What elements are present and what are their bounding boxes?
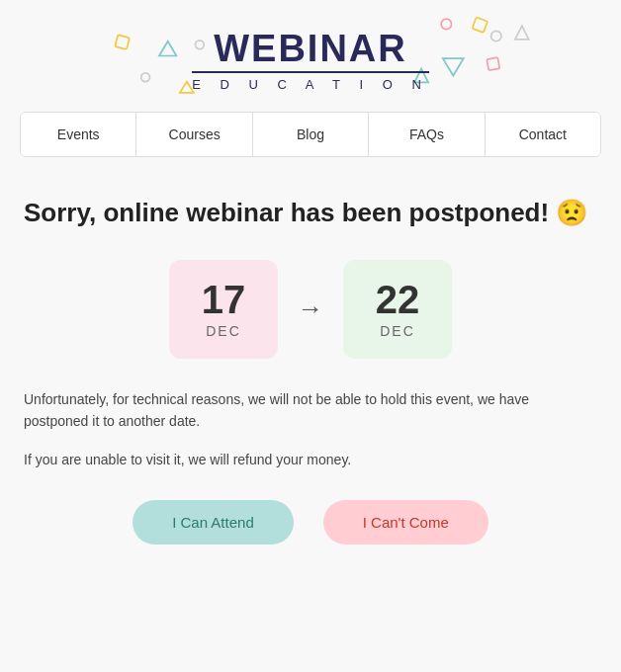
can-attend-button[interactable]: I Can Attend [133, 500, 294, 545]
brand-subtitle: E D U C A T I O N [192, 71, 429, 92]
svg-rect-9 [472, 17, 488, 33]
new-month: DEC [380, 323, 415, 339]
cant-come-button[interactable]: I Can't Come [323, 500, 488, 545]
header: WEBINAR E D U C A T I O N [0, 0, 621, 112]
svg-marker-1 [159, 42, 176, 56]
old-month: DEC [206, 323, 241, 339]
nav-faqs[interactable]: FAQs [369, 113, 485, 156]
navigation: Events Courses Blog FAQs Contact [20, 112, 601, 157]
old-date-box: 17 DEC [169, 260, 278, 359]
old-day: 17 [202, 280, 246, 319]
svg-rect-0 [115, 35, 130, 49]
svg-point-2 [141, 73, 150, 82]
date-section: 17 DEC → 22 DEC [24, 260, 597, 359]
date-arrow: → [298, 294, 323, 324]
postponed-title: Sorry, online webinar has been postponed… [24, 197, 597, 230]
new-day: 22 [376, 280, 420, 319]
brand-name: WEBINAR [192, 30, 429, 67]
main-content: Sorry, online webinar has been postponed… [0, 177, 621, 564]
svg-marker-7 [443, 58, 464, 75]
svg-point-6 [491, 31, 501, 41]
button-row: I Can Attend I Can't Come [24, 500, 597, 545]
body-text-1: Unfortunately, for technical reasons, we… [24, 388, 597, 433]
body-text-2: If you are unable to visit it, we will r… [24, 449, 597, 470]
nav-courses[interactable]: Courses [136, 113, 252, 156]
svg-point-5 [441, 19, 451, 29]
nav-events[interactable]: Events [21, 113, 136, 156]
logo: WEBINAR E D U C A T I O N [192, 30, 429, 92]
nav-contact[interactable]: Contact [486, 113, 600, 156]
svg-marker-11 [515, 26, 529, 40]
nav-blog[interactable]: Blog [253, 113, 369, 156]
new-date-box: 22 DEC [343, 260, 452, 359]
svg-rect-10 [487, 57, 499, 70]
